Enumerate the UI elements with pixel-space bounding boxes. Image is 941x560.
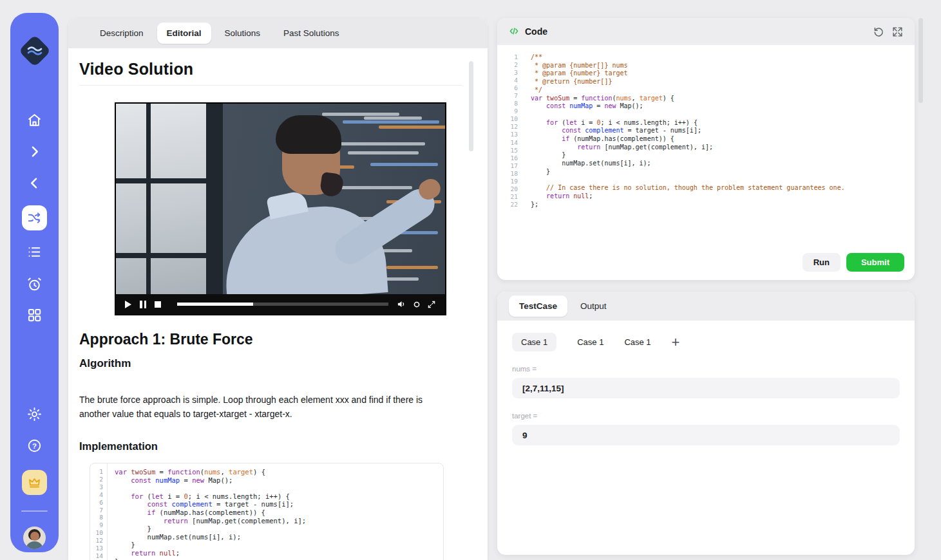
chevron-right-icon	[26, 144, 43, 160]
code-line: if (numMap.has(complement)) {	[115, 509, 306, 517]
settings-icon[interactable]	[412, 300, 421, 309]
gutter-line-number: 10	[90, 529, 103, 537]
code-line: return [numMap.get(complement), i];	[115, 517, 306, 525]
code-line: * @return {number[]}	[531, 78, 845, 86]
code-line: * @param {number} target	[531, 70, 845, 78]
code-line: return null;	[531, 192, 845, 201]
case-tabs: Case 1 Case 1 Case 1 +	[512, 333, 900, 351]
thumbnail-window	[116, 104, 211, 294]
reset-code-icon[interactable]	[873, 26, 884, 37]
target-input[interactable]	[512, 425, 900, 445]
code-line: return [numMap.get(complement), i];	[531, 144, 845, 152]
tab-testcase[interactable]: TestCase	[509, 295, 567, 317]
sidebar-item-forward[interactable]	[26, 144, 43, 160]
sidebar-item-problem-list[interactable]	[26, 244, 43, 260]
help-icon: ?	[26, 438, 43, 454]
code-line: }	[531, 168, 845, 176]
sidebar-item-help[interactable]: ?	[26, 438, 43, 454]
gutter-line-number: 12	[90, 537, 103, 545]
code-line: /**	[531, 53, 845, 62]
dashboard-grid-icon	[26, 307, 43, 323]
gutter-line-number: 4	[497, 77, 518, 84]
nums-input[interactable]	[512, 378, 900, 398]
list-icon	[26, 244, 43, 260]
gutter-line-number: 4	[90, 491, 103, 499]
title-divider	[79, 85, 462, 86]
gutter-line-number: 12	[497, 123, 518, 131]
code-line	[531, 176, 845, 185]
editorial-content: Video Solution	[68, 60, 488, 560]
sidebar-item-dashboard[interactable]	[26, 307, 43, 323]
target-label: target =	[512, 412, 900, 420]
code-panel-title: Code	[525, 26, 547, 37]
gutter-line-number: 8	[497, 100, 518, 107]
submit-button[interactable]: Submit	[846, 253, 904, 272]
brand-logo-waves	[23, 39, 46, 62]
gutter-line-number: 10	[497, 115, 518, 123]
sidebar-item-premium[interactable]	[22, 470, 47, 495]
case-tab-3[interactable]: Case 1	[624, 333, 651, 351]
gutter-line-number: 18	[497, 170, 518, 178]
video-player[interactable]	[115, 102, 446, 315]
left-panel-scrollbar[interactable]	[469, 61, 473, 151]
tab-past-solutions[interactable]: Past Solutions	[274, 23, 348, 44]
code-line: }	[115, 541, 306, 549]
code-line: var twoSum = function(nums, target) {	[531, 95, 845, 103]
code-line: return null;	[115, 549, 306, 557]
code-line: */	[531, 86, 845, 95]
gutter-line-number: 3	[497, 69, 518, 77]
gutter-line-number: 14	[497, 139, 518, 147]
tab-output[interactable]: Output	[570, 295, 617, 317]
sidebar-item-timer[interactable]	[26, 276, 43, 292]
code-line: };	[531, 201, 845, 209]
sidebar-item-home[interactable]	[26, 112, 43, 128]
gutter-line-number: 2	[90, 476, 103, 483]
case-tab-2[interactable]: Case 1	[577, 333, 604, 351]
play-button[interactable]	[125, 301, 131, 308]
implementation-gutter: 123467891012131415	[90, 463, 108, 560]
video-progress-bar[interactable]	[177, 303, 388, 306]
crown-icon	[27, 475, 42, 490]
gutter-line-number: 6	[90, 499, 103, 507]
sidebar-item-back[interactable]	[26, 175, 43, 191]
pause-button[interactable]	[140, 301, 146, 308]
expand-code-icon[interactable]	[892, 26, 903, 37]
editor-code: /** * @param {number[]} nums * @param {n…	[523, 53, 845, 209]
sidebar-item-shuffle[interactable]	[22, 205, 47, 230]
stop-button[interactable]	[155, 301, 161, 308]
gutter-line-number: 7	[90, 507, 103, 514]
code-editor[interactable]: 12346789101213141516171819202122 /** * @…	[497, 45, 915, 209]
shuffle-icon	[27, 210, 42, 225]
implementation-code-block[interactable]: 123467891012131415 var twoSum = function…	[90, 463, 444, 560]
gutter-line-number: 20	[497, 185, 518, 193]
gutter-line-number: 19	[497, 178, 518, 185]
code-line: const numMap = new Map();	[115, 476, 306, 485]
sidebar-divider	[21, 510, 48, 512]
gutter-line-number: 22	[497, 201, 518, 209]
tab-solutions[interactable]: Solutions	[215, 23, 271, 44]
testcase-panel: TestCase Output Case 1 Case 1 Case 1 + n…	[497, 292, 915, 555]
tab-description[interactable]: Description	[90, 23, 153, 44]
code-line: const complement = target - nums[i];	[531, 127, 845, 135]
page-title: Video Solution	[79, 60, 462, 79]
user-avatar[interactable]	[23, 527, 46, 549]
run-button[interactable]: Run	[803, 253, 841, 272]
volume-icon[interactable]	[397, 299, 406, 309]
fullscreen-icon[interactable]	[427, 300, 436, 309]
algorithm-paragraph: The brute force approach is simple. Loop…	[79, 393, 430, 421]
editorial-panel: Description Editorial Solutions Past Sol…	[68, 18, 488, 560]
editor-actions: Run Submit	[803, 253, 904, 272]
sidebar-item-settings[interactable]	[26, 406, 43, 422]
testcase-tabbar: TestCase Output	[497, 292, 915, 321]
testcase-body: Case 1 Case 1 Case 1 + nums = target =	[497, 333, 915, 445]
implementation-code: var twoSum = function(nums, target) { co…	[108, 463, 306, 560]
code-line	[531, 111, 845, 119]
code-line: }	[115, 525, 306, 533]
tab-editorial[interactable]: Editorial	[157, 23, 211, 44]
brand-logo[interactable]	[19, 35, 52, 68]
page-scrollbar[interactable]	[918, 18, 923, 103]
case-tab-1[interactable]: Case 1	[512, 333, 556, 351]
code-line: numMap.set(nums[i], i);	[115, 533, 306, 541]
add-case-button[interactable]: +	[672, 337, 680, 348]
alarm-clock-icon	[26, 276, 43, 292]
